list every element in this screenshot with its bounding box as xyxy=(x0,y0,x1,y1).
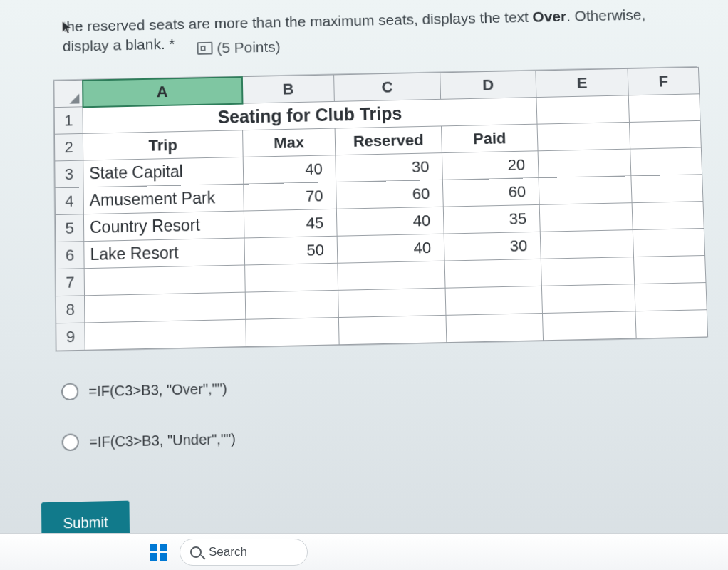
question-line1: the reserved seats are more than the max… xyxy=(63,9,529,34)
cell-c5[interactable]: 40 xyxy=(336,207,444,236)
cell[interactable] xyxy=(629,121,701,150)
cell-d4[interactable]: 60 xyxy=(442,178,539,207)
option-2[interactable]: =IF(C3>B3, "Under","") xyxy=(62,420,715,452)
sheet-table: A B C D E F 1 Seating for Club Trips 2 xyxy=(53,67,708,351)
cell[interactable] xyxy=(245,291,338,320)
cell[interactable] xyxy=(541,257,634,286)
cell[interactable] xyxy=(246,318,339,347)
taskbar-search[interactable]: Search xyxy=(180,539,308,566)
cell[interactable] xyxy=(542,311,636,341)
hdr-max[interactable]: Max xyxy=(243,128,336,157)
cell[interactable] xyxy=(445,286,542,316)
cell[interactable] xyxy=(444,259,541,288)
cell-d3[interactable]: 20 xyxy=(442,151,539,180)
cell-d5[interactable]: 35 xyxy=(443,205,540,234)
cell-c3[interactable]: 30 xyxy=(336,153,443,182)
row-header[interactable]: 9 xyxy=(56,323,85,351)
cell-c6[interactable]: 40 xyxy=(337,234,444,263)
row-header[interactable]: 1 xyxy=(54,107,83,134)
col-header-e[interactable]: E xyxy=(536,69,628,98)
cell-a6[interactable]: Lake Resort xyxy=(84,238,245,269)
taskbar: Search xyxy=(0,533,728,570)
cell[interactable] xyxy=(245,263,338,292)
select-all-triangle-icon xyxy=(69,94,79,104)
row-header[interactable]: 5 xyxy=(55,214,83,242)
search-icon xyxy=(190,546,202,558)
row-header[interactable]: 7 xyxy=(56,269,84,296)
cell-a3[interactable]: State Capital xyxy=(83,157,244,187)
search-placeholder: Search xyxy=(209,545,247,559)
radio-icon xyxy=(61,383,78,401)
cell[interactable] xyxy=(338,316,447,345)
cell[interactable] xyxy=(539,176,632,205)
cell[interactable] xyxy=(540,230,633,259)
select-all-cell[interactable] xyxy=(54,80,83,107)
col-header-a[interactable]: A xyxy=(83,77,242,107)
question-line1-tail: . Otherwise, xyxy=(566,6,646,24)
cell[interactable] xyxy=(634,256,706,284)
cell-b4[interactable]: 70 xyxy=(244,182,337,212)
col-header-c[interactable]: C xyxy=(334,73,441,102)
cell[interactable] xyxy=(536,95,630,124)
spreadsheet: A B C D E F 1 Seating for Club Trips 2 xyxy=(53,66,707,352)
cell[interactable] xyxy=(632,202,704,230)
hdr-reserved[interactable]: Reserved xyxy=(335,126,442,155)
points-label: (5 Points) xyxy=(217,38,281,56)
cell[interactable] xyxy=(539,203,633,232)
cell[interactable] xyxy=(541,284,635,314)
cell[interactable] xyxy=(635,310,708,338)
hdr-paid[interactable]: Paid xyxy=(442,124,539,152)
row-header[interactable]: 2 xyxy=(54,134,83,162)
answer-options: =IF(C3>B3, "Over","") =IF(C3>B3, "Under"… xyxy=(61,370,714,452)
cell-d6[interactable]: 30 xyxy=(444,232,541,261)
option-2-text: =IF(C3>B3, "Under","") xyxy=(89,430,236,450)
cell-b5[interactable]: 45 xyxy=(244,209,337,239)
image-attachment-icon xyxy=(197,41,213,54)
cell[interactable] xyxy=(630,147,702,176)
row-header[interactable]: 6 xyxy=(56,242,84,269)
cell[interactable] xyxy=(84,265,245,296)
cell-c4[interactable]: 60 xyxy=(336,180,444,209)
option-1-text: =IF(C3>B3, "Over","") xyxy=(88,380,227,400)
cell-b6[interactable]: 50 xyxy=(244,236,338,265)
question-line2: display a blank. * xyxy=(63,36,175,54)
cell[interactable] xyxy=(85,319,246,350)
cell[interactable] xyxy=(338,288,446,317)
hdr-trip[interactable]: Trip xyxy=(83,130,243,160)
cell[interactable] xyxy=(628,94,700,123)
cell-a4[interactable]: Amusement Park xyxy=(83,184,244,214)
cell-a5[interactable]: Country Resort xyxy=(83,211,244,242)
row-header[interactable]: 3 xyxy=(55,160,83,188)
cell[interactable] xyxy=(537,123,630,151)
cell[interactable] xyxy=(338,261,445,290)
radio-icon xyxy=(62,434,79,452)
cell[interactable] xyxy=(85,292,246,323)
row-header[interactable]: 4 xyxy=(55,187,83,215)
question-keyword: Over xyxy=(532,8,566,25)
start-button[interactable] xyxy=(150,544,167,561)
row-header[interactable]: 8 xyxy=(56,296,84,323)
col-header-d[interactable]: D xyxy=(440,71,536,99)
cell[interactable] xyxy=(538,149,631,177)
col-header-b[interactable]: B xyxy=(241,75,334,103)
cell[interactable] xyxy=(633,229,704,257)
cell-b3[interactable]: 40 xyxy=(243,155,336,184)
col-header-f[interactable]: F xyxy=(628,68,700,96)
cell[interactable] xyxy=(631,175,703,203)
cell[interactable] xyxy=(635,283,707,311)
cell[interactable] xyxy=(446,314,544,343)
option-1[interactable]: =IF(C3>B3, "Over","") xyxy=(61,370,713,401)
